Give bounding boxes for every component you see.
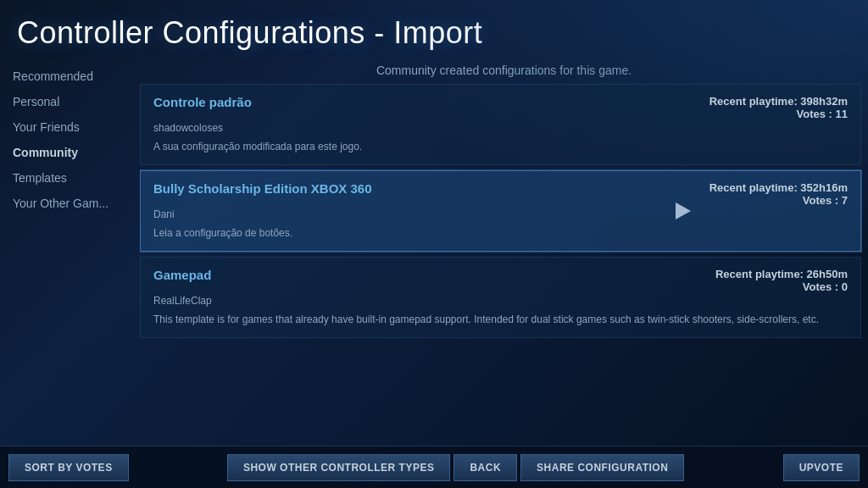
card-title: Gamepad bbox=[153, 268, 211, 282]
card-votes: Votes : 7 bbox=[709, 194, 848, 207]
card-author: RealLifeClap bbox=[153, 295, 848, 307]
sort-by-votes-button[interactable]: SORT BY VOTES bbox=[8, 454, 129, 481]
card-header: Bully Scholarship Edition XBOX 360 Recen… bbox=[153, 181, 848, 207]
show-other-controller-types-button[interactable]: SHOW OTHER CONTROLLER TYPES bbox=[227, 454, 451, 481]
config-card-controle-padrao[interactable]: Controle padrão Recent playtime: 398h32m… bbox=[140, 84, 861, 165]
card-playtime: Recent playtime: 26h50m bbox=[715, 268, 848, 280]
config-card-gamepad[interactable]: Gamepad Recent playtime: 26h50m Votes : … bbox=[140, 257, 861, 338]
card-stats: Recent playtime: 398h32m Votes : 11 bbox=[709, 95, 848, 120]
subtitle: Community created configurations for thi… bbox=[140, 59, 868, 84]
share-configuration-button[interactable]: SHARE CONFIGURATION bbox=[520, 454, 684, 481]
back-button[interactable]: BACK bbox=[453, 454, 517, 481]
sidebar: Recommended Personal Your Friends Commun… bbox=[0, 59, 140, 458]
cursor-arrow bbox=[676, 202, 691, 219]
card-description: This template is for games that already … bbox=[153, 312, 848, 327]
page-title: Controller Configurations - Import bbox=[0, 0, 868, 59]
card-votes: Votes : 11 bbox=[709, 108, 848, 120]
card-author: shadowcoloses bbox=[153, 122, 848, 134]
upvote-button[interactable]: UPVOTE bbox=[783, 454, 860, 481]
bottom-bar: SORT BY VOTES SHOW OTHER CONTROLLER TYPE… bbox=[0, 446, 868, 488]
sidebar-item-your-other-games[interactable]: Your Other Gam... bbox=[0, 191, 140, 216]
config-card-bully-xbox360[interactable]: Bully Scholarship Edition XBOX 360 Recen… bbox=[140, 170, 861, 252]
sidebar-item-personal[interactable]: Personal bbox=[0, 89, 140, 114]
configs-list: Controle padrão Recent playtime: 398h32m… bbox=[140, 84, 868, 458]
sidebar-item-templates[interactable]: Templates bbox=[0, 165, 140, 191]
sidebar-item-your-friends[interactable]: Your Friends bbox=[0, 114, 140, 140]
center-buttons: SHOW OTHER CONTROLLER TYPES BACK SHARE C… bbox=[227, 454, 684, 481]
card-header: Gamepad Recent playtime: 26h50m Votes : … bbox=[153, 268, 848, 293]
card-playtime: Recent playtime: 352h16m bbox=[709, 181, 848, 194]
card-description: A sua configuração modificada para este … bbox=[153, 139, 848, 154]
card-title: Controle padrão bbox=[153, 95, 252, 109]
card-stats: Recent playtime: 352h16m Votes : 7 bbox=[709, 181, 848, 207]
card-author: Dani bbox=[153, 208, 848, 220]
main-layout: Recommended Personal Your Friends Commun… bbox=[0, 59, 868, 458]
card-title: Bully Scholarship Edition XBOX 360 bbox=[153, 181, 372, 196]
card-description: Leia a configuração de botões. bbox=[153, 225, 848, 241]
sidebar-item-community[interactable]: Community bbox=[0, 140, 140, 165]
card-stats: Recent playtime: 26h50m Votes : 0 bbox=[715, 268, 848, 293]
sidebar-item-recommended[interactable]: Recommended bbox=[0, 64, 140, 89]
card-header: Controle padrão Recent playtime: 398h32m… bbox=[153, 95, 848, 120]
card-playtime: Recent playtime: 398h32m bbox=[709, 95, 848, 108]
card-votes: Votes : 0 bbox=[715, 280, 848, 293]
main-content: Community created configurations for thi… bbox=[140, 59, 868, 458]
